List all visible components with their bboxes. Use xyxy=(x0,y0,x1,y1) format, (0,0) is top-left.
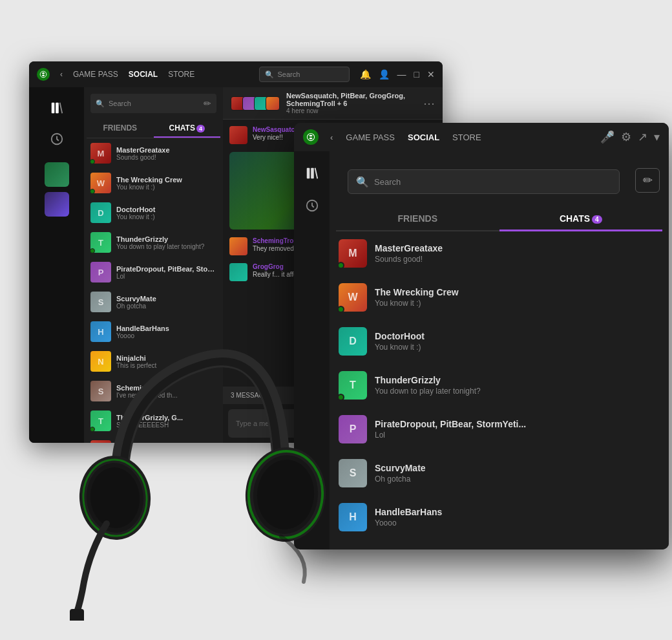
nav-store-back[interactable]: STORE xyxy=(168,70,194,79)
chat-info-front-3: ThunderGrizzlyYou down to play later ton… xyxy=(375,375,660,396)
back-btn-back[interactable]: ‹ xyxy=(60,70,63,79)
maximize-btn-back[interactable]: □ xyxy=(414,69,419,80)
chat-item-back-0[interactable]: MMasterGreataxeSounds good! xyxy=(84,138,223,168)
search-placeholder-front: Search xyxy=(374,177,611,187)
minimize-btn-back[interactable]: — xyxy=(397,69,406,80)
chat-item-back-10[interactable]: LLastRoarSuper clean xyxy=(84,436,223,443)
sidebar-back xyxy=(29,87,84,443)
nav-store-front[interactable]: STORE xyxy=(452,133,481,142)
nav-gamepass-front[interactable]: GAME PASS xyxy=(346,133,395,142)
chat-list-back: MMasterGreataxeSounds good!WThe Wrecking… xyxy=(84,138,223,443)
chat-item-front-3[interactable]: TThunderGrizzlyYou down to play later to… xyxy=(330,363,669,407)
svg-rect-5 xyxy=(306,168,310,179)
compose-icon-back[interactable]: ✏ xyxy=(204,98,211,109)
sidebar-library-icon-front[interactable] xyxy=(299,160,325,186)
chat-item-back-9[interactable]: TThunderGrizzly, G...SHEEEEEEEESH xyxy=(84,406,223,436)
search-icon-front: 🔍 xyxy=(356,176,369,188)
titlebar-search-back[interactable]: 🔍 Search xyxy=(259,67,350,82)
window-controls-back: 🔔 👤 — □ ✕ xyxy=(360,69,435,80)
tab-friends-back[interactable]: FRIENDS xyxy=(87,118,154,138)
chat-name-front-0: MasterGreataxe xyxy=(375,243,660,253)
front-nav: ‹ GAME PASS SOCIAL STORE xyxy=(330,133,481,142)
chat-preview-back-5: Oh gotcha xyxy=(116,303,216,310)
friends-panel-front: 🔍 Search ✏ FRIENDS CHATS4 MMasterGreatax… xyxy=(330,151,669,549)
nav-gamepass-back[interactable]: GAME PASS xyxy=(73,70,118,79)
chat-item-front-1[interactable]: WThe Wrecking CrewYou know it :) xyxy=(330,275,669,319)
chat-name-back-7: Ninjalchi xyxy=(116,354,216,362)
avatar-back-10: L xyxy=(90,440,111,443)
avatar-back-4: P xyxy=(90,262,111,283)
online-dot-back-1 xyxy=(90,189,95,194)
tab-chats-back[interactable]: CHATS4 xyxy=(154,118,221,138)
chats-badge-back: 4 xyxy=(196,125,205,133)
online-dot-back-0 xyxy=(90,159,95,164)
chat-name-back-0: MasterGreataxe xyxy=(116,146,216,154)
svg-point-0 xyxy=(40,71,47,78)
chat-item-back-7[interactable]: NNinjalchiThis is perfect xyxy=(84,347,223,376)
sidebar-recent-icon-front[interactable] xyxy=(299,193,325,219)
chat-item-back-1[interactable]: WThe Wrecking CrewYou know it :) xyxy=(84,168,223,198)
tab-chats-front[interactable]: CHATS4 xyxy=(499,207,663,230)
avatar-front-4: P xyxy=(339,415,367,443)
chat-item-back-8[interactable]: SSchemingTrollI've never played th... xyxy=(84,376,223,406)
svg-point-11 xyxy=(80,457,150,539)
chat-item-back-5[interactable]: SScurvyMateOh gotcha xyxy=(84,287,223,317)
svg-rect-1 xyxy=(51,103,54,114)
notif-text-back: 3 MESSAGES xyxy=(231,392,272,399)
chat-item-back-6[interactable]: HHandleBarHansYoooo xyxy=(84,317,223,347)
chat-name-back-6: HandleBarHans xyxy=(116,325,216,332)
chat-preview-back-9: SHEEEEEEEESH xyxy=(116,421,216,429)
chat-item-front-0[interactable]: MMasterGreataxeSounds good! xyxy=(330,231,669,275)
chat-name-front-2: DoctorHoot xyxy=(375,331,660,341)
search-text-back: Search xyxy=(109,100,131,107)
chat-preview-front-5: Oh gotcha xyxy=(375,475,660,484)
chevron-down-icon[interactable]: ▾ xyxy=(654,130,660,144)
sidebar-recent-icon[interactable] xyxy=(44,126,70,152)
svg-point-9 xyxy=(83,460,146,535)
chat-item-front-5[interactable]: SScurvyMateOh gotcha xyxy=(330,451,669,495)
search-bar-back[interactable]: 🔍 Search ✏ xyxy=(90,94,216,113)
sidebar-library-icon[interactable] xyxy=(44,95,70,121)
close-btn-back[interactable]: ✕ xyxy=(427,69,435,80)
settings-icon[interactable]: ⚙ xyxy=(621,130,631,144)
back-btn-front[interactable]: ‹ xyxy=(330,133,333,142)
chat-info-front-5: ScurvyMateOh gotcha xyxy=(375,463,660,484)
chat-item-front-4[interactable]: PPirateDropout, PitBear, StormYeti...Lol xyxy=(330,407,669,451)
nav-social-back[interactable]: SOCIAL xyxy=(129,70,158,79)
chat-group-name-back: NewSasquatch, PitBear, GrogGrog, Schemin… xyxy=(286,92,417,107)
chat-item-back-3[interactable]: TThunderGrizzlyYou down to play later to… xyxy=(84,228,223,257)
online-dot-front-0 xyxy=(337,262,344,269)
chat-info-back-1: The Wrecking CrewYou know it :) xyxy=(116,176,216,191)
chat-name-back-8: SchemingTroll xyxy=(116,384,216,392)
game-tile-1[interactable] xyxy=(45,162,69,187)
signin-icon[interactable]: ↗ xyxy=(638,130,647,144)
party-icon[interactable]: 🎤 xyxy=(600,130,614,144)
chat-info-back-4: PirateDropout, PitBear, StormYeti...Lol xyxy=(116,265,216,280)
chat-name-front-3: ThunderGrizzly xyxy=(375,375,660,385)
chat-item-front-6[interactable]: HHandleBarHansYoooo xyxy=(330,495,669,539)
avatar-icon[interactable]: 👤 xyxy=(379,69,390,80)
chat-item-back-4[interactable]: PPirateDropout, PitBear, StormYeti...Lol xyxy=(84,257,223,287)
more-options-icon[interactable]: ⋯ xyxy=(423,96,435,111)
xbox-logo-back xyxy=(37,68,50,81)
chat-preview-back-1: You know it :) xyxy=(116,184,216,191)
friends-panel-back: 🔍 Search ✏ FRIENDS CHATS4 MMasterGreatax… xyxy=(84,87,223,443)
bell-icon[interactable]: 🔔 xyxy=(360,69,371,80)
chat-list-front: MMasterGreataxeSounds good!WThe Wrecking… xyxy=(330,231,669,549)
chat-item-back-2[interactable]: DDoctorHootYou know it :) xyxy=(84,198,223,228)
game-tile-2[interactable] xyxy=(45,192,69,217)
chat-info-back-5: ScurvyMateOh gotcha xyxy=(116,295,216,310)
search-bar-front[interactable]: 🔍 Search xyxy=(348,169,620,194)
avatar-back-8: S xyxy=(90,381,111,401)
online-dot-front-1 xyxy=(337,306,344,313)
tab-friends-front[interactable]: FRIENDS xyxy=(336,207,499,230)
chat-item-front-2[interactable]: DDoctorHootYou know it :) xyxy=(330,319,669,363)
friends-tabs-back: FRIENDS CHATS4 xyxy=(87,118,220,138)
chat-info-front-6: HandleBarHansYoooo xyxy=(375,507,660,528)
chat-preview-front-1: You know it :) xyxy=(375,299,660,308)
avatar-back-0: M xyxy=(90,143,111,164)
back-titlebar: ‹ GAME PASS SOCIAL STORE 🔍 Search 🔔 👤 — … xyxy=(29,61,443,87)
compose-btn-front[interactable]: ✏ xyxy=(635,168,660,193)
front-titlebar: ‹ GAME PASS SOCIAL STORE 🎤 ⚙ ↗ ▾ xyxy=(294,123,669,151)
nav-social-front[interactable]: SOCIAL xyxy=(408,133,439,142)
